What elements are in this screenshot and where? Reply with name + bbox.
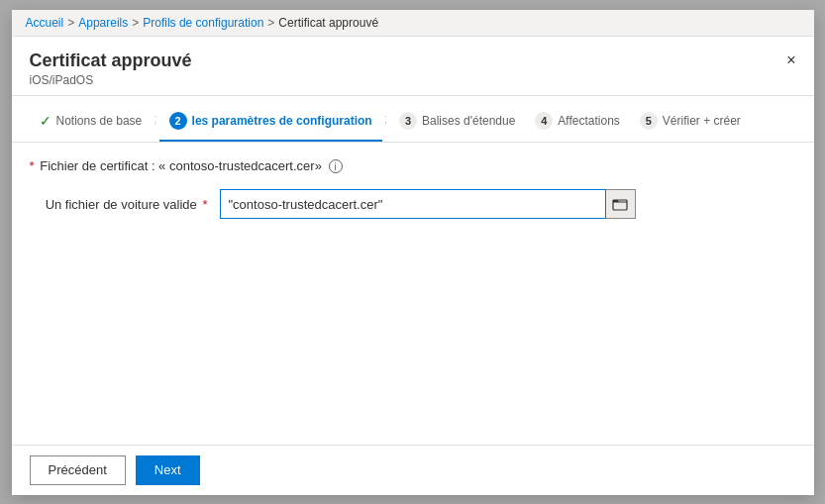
next-button[interactable]: Next <box>136 455 200 485</box>
close-button[interactable]: × <box>782 49 799 72</box>
breadcrumb: Accueil > Appareils > Profils de configu… <box>12 10 814 37</box>
step-notions-de-base[interactable]: ✓ Notions de base <box>30 107 153 141</box>
back-button[interactable]: Précédent <box>30 455 126 485</box>
folder-icon <box>612 196 628 212</box>
step1-check-icon: ✓ <box>40 113 52 129</box>
file-input[interactable] <box>220 189 606 219</box>
breadcrumb-sep3: > <box>267 16 274 30</box>
breadcrumb-current: Certificat approuvé <box>278 16 378 30</box>
breadcrumb-accueil[interactable]: Accueil <box>26 16 64 30</box>
modal-title: Certificat approuvé <box>30 50 796 71</box>
step5-label: Vérifier + créer <box>663 114 741 128</box>
cert-file-label: * Fichier de certificat : « contoso-trus… <box>30 158 796 174</box>
step1-label: Notions de base <box>56 114 143 128</box>
breadcrumb-profils[interactable]: Profils de configuration <box>143 16 263 30</box>
steps-bar: ✓ Notions de base ; 2 les paramètres de … <box>12 96 814 143</box>
step-sep-1-2: ; <box>152 112 158 126</box>
modal-footer: Précédent Next <box>12 445 814 495</box>
breadcrumb-appareils[interactable]: Appareils <box>78 16 128 30</box>
step5-num: 5 <box>640 112 658 130</box>
cert-asterisk: * <box>30 158 35 173</box>
file-input-wrapper <box>220 189 636 219</box>
cert-label-text: Fichier de certificat : « contoso-truste… <box>40 158 322 173</box>
step3-num: 3 <box>399 112 417 130</box>
modal-subtitle: iOS/iPadOS <box>30 73 796 87</box>
step4-label: Affectations <box>558 114 619 128</box>
file-input-row: Un fichier de voiture valide * <box>30 189 796 219</box>
step-parametres-configuration[interactable]: 2 les paramètres de configuration <box>159 106 382 142</box>
breadcrumb-sep2: > <box>132 16 139 30</box>
modal-header: Certificat approuvé iOS/iPadOS × <box>12 37 814 96</box>
modal-content: * Fichier de certificat : « contoso-trus… <box>12 143 814 445</box>
step-verifier-creer[interactable]: 5 Vérifier + créer <box>630 106 751 142</box>
step2-label: les paramètres de configuration <box>192 114 372 128</box>
step-sep-2-3: ; <box>382 112 389 126</box>
cert-info-icon[interactable]: i <box>329 159 343 173</box>
step-balises-etendue[interactable]: 3 Balises d'étendue <box>389 106 525 142</box>
step-affectations[interactable]: 4 Affectations <box>525 106 629 142</box>
file-field-label: Un fichier de voiture valide * <box>30 197 208 212</box>
breadcrumb-sep1: > <box>67 16 74 30</box>
file-browse-button[interactable] <box>606 189 636 219</box>
step2-num: 2 <box>169 112 187 130</box>
step3-label: Balises d'étendue <box>422 114 515 128</box>
step4-num: 4 <box>535 112 553 130</box>
modal-container: Accueil > Appareils > Profils de configu… <box>12 10 814 495</box>
